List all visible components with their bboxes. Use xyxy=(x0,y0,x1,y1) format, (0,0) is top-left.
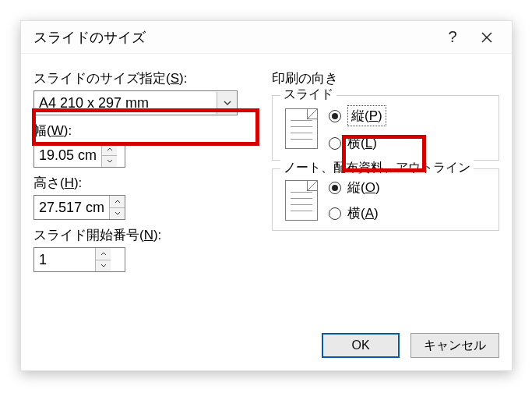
spinner-down-button[interactable] xyxy=(96,260,111,272)
radio-icon xyxy=(329,182,341,194)
help-icon: ? xyxy=(448,28,456,46)
height-label: 高さ(H): xyxy=(33,174,259,192)
dialog-title: スライドのサイズ xyxy=(33,28,435,47)
height-value: 27.517 cm xyxy=(34,196,109,219)
page-portrait-icon xyxy=(285,108,318,149)
cancel-button[interactable]: キャンセル xyxy=(410,333,499,358)
height-stepper[interactable]: 27.517 cm xyxy=(33,195,125,220)
slide-landscape-radio[interactable]: 横(L) xyxy=(329,134,386,152)
dialog-button-bar: OK キャンセル xyxy=(322,333,499,358)
titlebar: スライドのサイズ ? xyxy=(21,21,512,54)
right-pane: 印刷の向き スライド xyxy=(272,63,499,272)
radio-icon xyxy=(329,110,341,122)
width-label: 幅(W): xyxy=(33,122,259,140)
spinner-up-button[interactable] xyxy=(96,248,111,260)
spinner-arrows-icon xyxy=(95,248,111,271)
slide-portrait-radio[interactable]: 縦(P) xyxy=(329,105,386,126)
slide-size-label: スライドのサイズ指定(S): xyxy=(33,69,259,87)
notes-landscape-radio[interactable]: 横(A) xyxy=(329,204,380,222)
close-button[interactable] xyxy=(470,22,504,53)
radio-icon xyxy=(329,207,341,220)
slide-size-dropdown[interactable]: A4 210 x 297 mm xyxy=(33,90,238,115)
close-icon xyxy=(481,32,492,43)
notes-orientation-legend: ノート、配布資料、アウトライン xyxy=(280,160,474,176)
ok-button[interactable]: OK xyxy=(322,333,400,358)
start-number-label: スライド開始番号(N): xyxy=(33,226,259,244)
spinner-down-button[interactable] xyxy=(110,207,125,220)
spinner-up-button[interactable] xyxy=(110,196,125,207)
slide-size-dialog: スライドのサイズ ? スライドのサイズ指定(S): A4 210 x 297 m… xyxy=(20,20,513,371)
notes-portrait-radio[interactable]: 縦(O) xyxy=(329,179,380,196)
width-stepper[interactable]: 19.05 cm xyxy=(33,143,125,168)
spinner-arrows-icon xyxy=(109,196,125,219)
orientation-group: スライド 縦(P) xyxy=(272,95,499,231)
start-number-value: 1 xyxy=(34,248,95,271)
slide-orientation-legend: スライド xyxy=(280,87,336,103)
orientation-label: 印刷の向き xyxy=(272,69,499,87)
spinner-up-button[interactable] xyxy=(102,143,117,155)
page-portrait-icon xyxy=(285,180,318,221)
start-number-stepper[interactable]: 1 xyxy=(33,247,125,272)
radio-icon xyxy=(329,137,341,150)
left-pane: スライドのサイズ指定(S): A4 210 x 297 mm 幅(W): 19.… xyxy=(33,63,259,272)
slide-size-value: A4 210 x 297 mm xyxy=(34,91,217,115)
notes-orientation-group: ノート、配布資料、アウトライン 縦(O) xyxy=(272,168,499,231)
slide-orientation-group: スライド 縦(P) xyxy=(272,95,499,161)
spinner-down-button[interactable] xyxy=(102,155,117,168)
help-button[interactable]: ? xyxy=(435,22,470,53)
width-value: 19.05 cm xyxy=(34,143,101,167)
spinner-arrows-icon xyxy=(101,143,117,167)
dropdown-arrow-icon xyxy=(217,92,237,114)
